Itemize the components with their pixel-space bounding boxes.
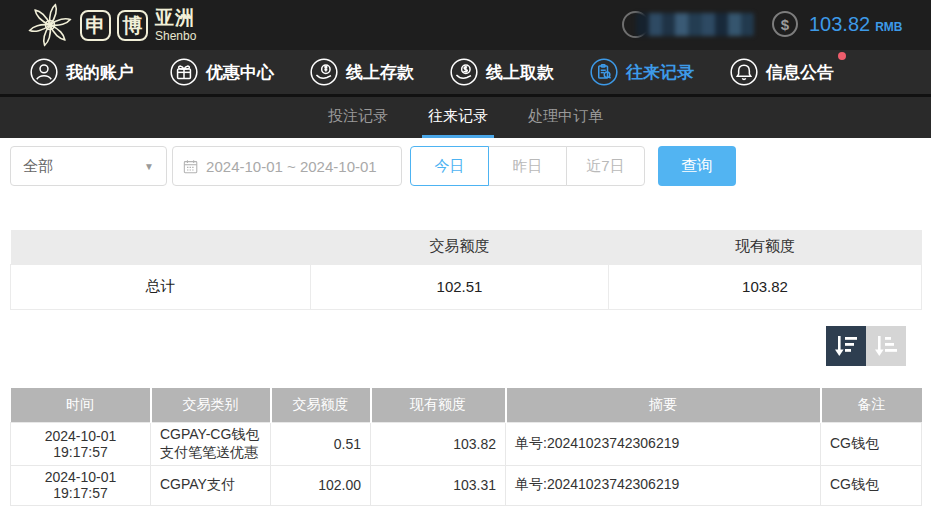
query-button[interactable]: 查询 (658, 146, 736, 186)
withdraw-icon (450, 58, 478, 86)
page: 申 博 亚洲 Shenbo $ 103.82 RMB (0, 0, 931, 518)
dollar-coin-icon: $ (772, 11, 798, 37)
cell-amount: 102.00 (271, 465, 371, 505)
notification-badge (838, 52, 846, 60)
username-redacted (636, 13, 754, 36)
type-select[interactable]: 全部 ▼ (10, 146, 167, 186)
nav-label: 我的账户 (66, 61, 134, 84)
logo-char-shen: 申 (80, 10, 111, 41)
col-type: 交易类别 (151, 388, 271, 422)
nav-item-announcements[interactable]: 信息公告 (730, 58, 834, 86)
summary-header-amount: 交易额度 (311, 230, 609, 264)
tab-processing-orders[interactable]: 处理中订单 (522, 97, 609, 138)
col-amount: 交易额度 (271, 388, 371, 422)
col-balance: 现有额度 (371, 388, 506, 422)
date-range-picker[interactable] (172, 146, 402, 186)
sort-ascending-icon (871, 331, 901, 361)
nav-label: 线上取款 (486, 61, 554, 84)
summary-total-balance: 103.82 (609, 264, 922, 309)
tab-betting-records[interactable]: 投注记录 (322, 97, 394, 138)
nav-label: 线上存款 (346, 61, 414, 84)
main-nav: 我的账户 优惠中心 线上存款 线上取款 (0, 50, 931, 94)
summary-table: 交易额度 现有额度 总计 102.51 103.82 (10, 230, 922, 310)
cell-amount: 0.51 (271, 422, 371, 465)
col-summary: 摘要 (506, 388, 821, 422)
type-select-value: 全部 (23, 157, 53, 176)
records-table: 时间 交易类别 交易额度 现有额度 摘要 备注 2024-10-01 19:17… (10, 388, 922, 506)
summary-header-row: 交易额度 现有额度 (11, 230, 922, 264)
yesterday-button[interactable]: 昨日 (488, 146, 567, 186)
sort-descending-icon (831, 331, 861, 361)
summary-total-row: 总计 102.51 103.82 (11, 264, 922, 309)
deposit-icon (310, 58, 338, 86)
balance-display: $ 103.82 RMB (772, 11, 903, 37)
summary-header-empty (11, 230, 311, 264)
tab-transaction-records[interactable]: 往来记录 (422, 97, 494, 138)
logo-region: 亚洲 Shenbo (155, 8, 196, 42)
cell-time: 2024-10-01 19:17:57 (11, 422, 151, 465)
cell-summary: 单号:20241023742306219 (506, 465, 821, 505)
sort-descending-button[interactable] (826, 326, 866, 366)
chevron-down-icon: ▼ (144, 161, 154, 172)
balance-currency: RMB (875, 20, 902, 34)
bell-icon (730, 58, 758, 86)
today-button[interactable]: 今日 (410, 146, 489, 186)
sort-ascending-button[interactable] (866, 326, 906, 366)
col-time: 时间 (11, 388, 151, 422)
sub-tabbar: 投注记录 往来记录 处理中订单 (0, 97, 931, 138)
cell-type: CGPAY-CG钱包支付笔笔送优惠 (151, 422, 271, 465)
record-row: 2024-10-01 19:17:57 CGPAY支付 102.00 103.3… (11, 465, 922, 505)
nav-item-withdraw[interactable]: 线上取款 (450, 58, 554, 86)
cell-balance: 103.82 (371, 422, 506, 465)
flower-logo-icon (26, 1, 74, 49)
logo-region-cn: 亚洲 (155, 8, 196, 27)
brand-logo: 申 博 亚洲 Shenbo (26, 1, 196, 49)
top-header: 申 博 亚洲 Shenbo $ 103.82 RMB (0, 0, 931, 50)
nav-label: 优惠中心 (206, 61, 274, 84)
summary-total-label: 总计 (11, 264, 311, 309)
records-header-row: 时间 交易类别 交易额度 现有额度 摘要 备注 (11, 388, 922, 422)
nav-item-records[interactable]: 往来记录 (590, 58, 694, 86)
date-range-input[interactable] (206, 158, 391, 175)
cell-note: CG钱包 (821, 422, 922, 465)
gift-icon (170, 58, 198, 86)
last-7-days-button[interactable]: 近7日 (566, 146, 645, 186)
quick-date-buttons: 今日 昨日 近7日 (410, 146, 645, 186)
summary-total-amount: 102.51 (311, 264, 609, 309)
nav-label: 往来记录 (626, 61, 694, 84)
balance-amount: 103.82 (809, 13, 870, 36)
user-account[interactable] (622, 10, 762, 40)
col-note: 备注 (821, 388, 922, 422)
calendar-icon (183, 158, 198, 175)
user-icon (30, 58, 58, 86)
nav-item-my-account[interactable]: 我的账户 (30, 58, 134, 86)
cell-note: CG钱包 (821, 465, 922, 505)
nav-item-promotions[interactable]: 优惠中心 (170, 58, 274, 86)
cell-summary: 单号:20241023742306219 (506, 422, 821, 465)
cell-time: 2024-10-01 19:17:57 (11, 465, 151, 505)
summary-header-balance: 现有额度 (609, 230, 922, 264)
cell-balance: 103.31 (371, 465, 506, 505)
records-icon (590, 58, 618, 86)
nav-item-deposit[interactable]: 线上存款 (310, 58, 414, 86)
logo-region-en: Shenbo (155, 30, 196, 42)
logo-char-bo: 博 (117, 10, 148, 41)
cell-type: CGPAY支付 (151, 465, 271, 505)
record-row: 2024-10-01 19:17:57 CGPAY-CG钱包支付笔笔送优惠 0.… (11, 422, 922, 465)
nav-label: 信息公告 (766, 61, 834, 84)
